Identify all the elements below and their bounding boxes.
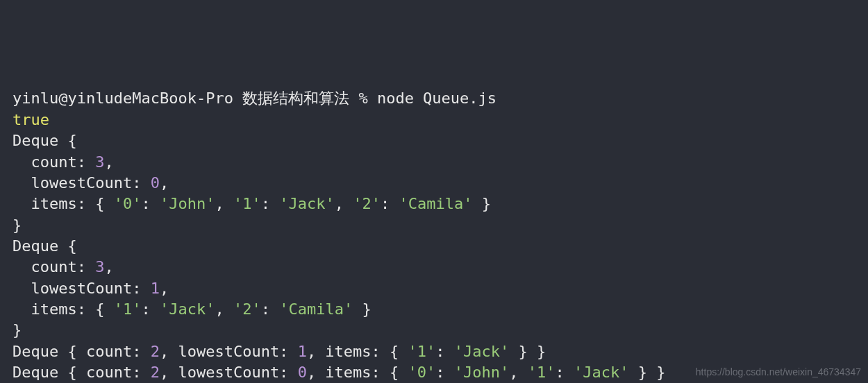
sep: ,	[215, 195, 233, 212]
deque4-close: } }	[629, 364, 666, 381]
key: '0'	[114, 195, 142, 212]
key: '2'	[233, 300, 261, 318]
deque2-count-label: count:	[12, 258, 95, 275]
val: 'John'	[454, 364, 509, 381]
terminal-output: yinlu@yinludeMacBook-Pro 数据结构和算法 % node …	[12, 88, 856, 383]
colon: :	[141, 195, 160, 212]
deque3-prefix: Deque { count:	[12, 343, 151, 360]
deque3-mid2: , items: {	[307, 343, 408, 360]
val: 'Camila'	[399, 195, 472, 212]
prompt-separator: %	[358, 90, 367, 107]
watermark: https://blog.csdn.net/weixin_46734347	[696, 366, 861, 379]
deque3-close: } }	[509, 343, 546, 360]
colon: :	[381, 195, 399, 212]
deque1-close: }	[12, 216, 22, 234]
colon: :	[435, 343, 454, 360]
sep: ,	[215, 300, 233, 318]
prompt-command: node Queue.js	[377, 90, 496, 107]
colon: :	[261, 300, 280, 318]
key: '1'	[114, 300, 142, 318]
colon: :	[435, 364, 454, 381]
deque1-lowest-val: 0	[151, 174, 160, 192]
comma: ,	[104, 258, 113, 275]
deque4-prefix: Deque { count:	[12, 364, 151, 381]
items-close: }	[472, 195, 491, 212]
prompt-user-host: yinlu@yinludeMacBook-Pro	[12, 90, 233, 107]
output-true: true	[12, 111, 49, 128]
colon: :	[556, 364, 574, 381]
val: 'Jack'	[454, 343, 509, 360]
deque4-count: 2	[151, 364, 160, 381]
colon: :	[261, 195, 280, 212]
prompt-line: yinlu@yinludeMacBook-Pro 数据结构和算法 % node …	[12, 90, 496, 107]
prompt-dir: 数据结构和算法	[242, 90, 349, 107]
val: 'Camila'	[279, 300, 353, 318]
deque2-open: Deque {	[12, 237, 77, 255]
key: '1'	[233, 195, 261, 212]
deque4-mid2: , items: {	[307, 364, 408, 381]
deque2-lowest-label: lowestCount:	[12, 280, 151, 297]
colon: :	[141, 300, 160, 318]
sep: ,	[509, 364, 528, 381]
val: 'Jack'	[574, 364, 628, 381]
deque2-close: }	[12, 321, 22, 339]
deque2-lowest-val: 1	[151, 280, 160, 297]
key: '2'	[353, 195, 381, 212]
deque1-items-label: items: {	[12, 195, 114, 212]
comma: ,	[160, 174, 169, 192]
val: 'John'	[160, 195, 215, 212]
deque3-mid1: , lowestCount:	[160, 343, 298, 360]
deque4-mid1: , lowestCount:	[160, 364, 298, 381]
val: 'Jack'	[160, 300, 215, 318]
deque1-lowest-label: lowestCount:	[12, 174, 151, 192]
deque1-open: Deque {	[12, 132, 77, 149]
deque1-count-label: count:	[12, 153, 95, 171]
items-close: }	[353, 300, 372, 318]
key: '0'	[408, 364, 436, 381]
val: 'Jack'	[279, 195, 334, 212]
deque4-lowest: 0	[298, 364, 307, 381]
deque2-count-val: 3	[95, 258, 104, 275]
deque3-count: 2	[151, 343, 160, 360]
deque2-items-label: items: {	[12, 300, 114, 318]
deque3-lowest: 1	[298, 343, 307, 360]
comma: ,	[160, 280, 169, 297]
key: '1'	[408, 343, 436, 360]
sep: ,	[335, 195, 353, 212]
comma: ,	[104, 153, 113, 171]
key: '1'	[528, 364, 556, 381]
deque1-count-val: 3	[95, 153, 104, 171]
